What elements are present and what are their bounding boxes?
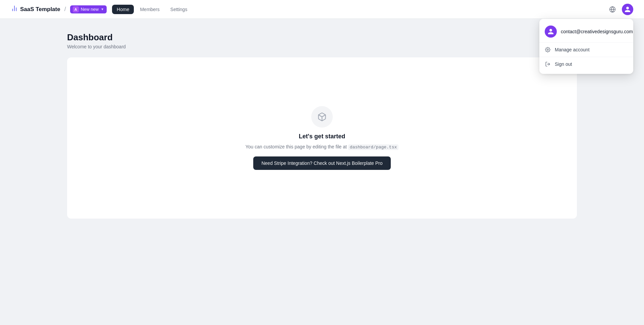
svg-point-6 — [547, 49, 548, 50]
chevron-down-icon: ▼ — [101, 7, 104, 11]
empty-state-title: Let's get started — [299, 133, 345, 140]
manage-account-item[interactable]: Manage account — [539, 43, 633, 57]
sign-out-label: Sign out — [555, 61, 572, 67]
main-nav: Home Members Settings — [112, 5, 192, 14]
page-subtitle: Welcome to your dashboard — [67, 44, 577, 49]
user-avatar-button[interactable] — [622, 4, 633, 15]
box-icon-wrapper — [311, 106, 333, 128]
brand: SaaS Template — [11, 5, 60, 14]
user-dropdown-menu: contact@creativedesignsguru.com Manage a… — [539, 19, 633, 74]
project-icon: A — [73, 6, 79, 12]
navbar-left: SaaS Template / A New new ▼ Home Members… — [11, 5, 607, 14]
navbar: SaaS Template / A New new ▼ Home Members… — [0, 0, 644, 19]
empty-state-description: You can customize this page by editing t… — [246, 144, 399, 150]
nav-item-home[interactable]: Home — [112, 5, 134, 14]
nav-item-settings[interactable]: Settings — [166, 5, 192, 14]
page-title: Dashboard — [67, 32, 577, 43]
empty-desc-code: dashboard/page.tsx — [348, 144, 398, 150]
brand-name: SaaS Template — [20, 6, 60, 13]
manage-account-label: Manage account — [555, 47, 590, 52]
project-selector[interactable]: A New new ▼ — [70, 5, 107, 13]
dropdown-header: contact@creativedesignsguru.com — [539, 21, 633, 42]
sign-out-icon — [545, 61, 551, 67]
globe-button[interactable] — [607, 4, 618, 15]
project-name: New new — [81, 7, 99, 12]
navbar-right — [607, 4, 633, 15]
dropdown-user-email: contact@creativedesignsguru.com — [561, 29, 633, 34]
nav-separator: / — [64, 6, 66, 13]
dropdown-avatar — [545, 26, 557, 38]
sign-out-item[interactable]: Sign out — [539, 57, 633, 71]
empty-state: Let's get started You can customize this… — [246, 106, 399, 170]
gear-icon — [545, 47, 551, 53]
dashboard-card: Let's get started You can customize this… — [67, 57, 577, 219]
empty-desc-prefix: You can customize this page by editing t… — [246, 144, 348, 149]
nav-item-members[interactable]: Members — [135, 5, 164, 14]
box-icon — [317, 112, 327, 122]
cta-button[interactable]: Need Stripe Integration? Check out Next.… — [253, 156, 390, 170]
brand-icon — [11, 5, 18, 14]
